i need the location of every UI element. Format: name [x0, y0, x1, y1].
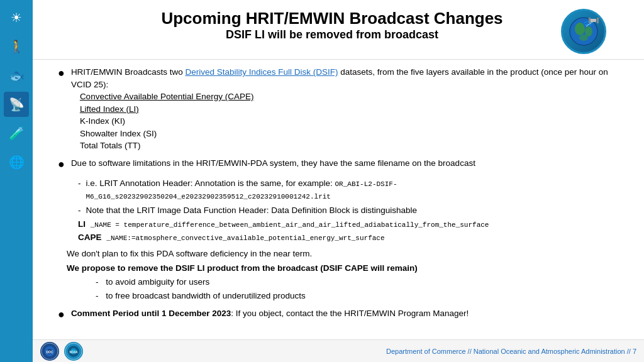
li-code-line: LI _NAME = temperature_difference_betwee… — [78, 218, 619, 231]
person-icon[interactable]: 🚶 — [4, 34, 29, 59]
sub-item-2-text: to free broadcast bandwidth of underutil… — [106, 291, 305, 300]
svg-point-1 — [575, 23, 585, 35]
flask-icon[interactable]: 🧪 — [4, 121, 29, 146]
sub-dash-symbol-1: - — [96, 277, 99, 287]
dsif-item-li: Lifted Index (LI) — [80, 103, 619, 116]
dsif-item-cape: Convective Available Potential Energy (C… — [80, 90, 619, 103]
comment-period-bold: Comment Period until 1 December 2023 — [71, 309, 231, 318]
sun-icon[interactable]: ☀ — [4, 5, 29, 30]
bullet-content-2: Due to software limitations in the HRIT/… — [71, 157, 619, 170]
dsif-item-si: Showalter Index (SI) — [80, 128, 619, 140]
bullet1-prefix: HRIT/EMWIN Broadcasts two — [71, 67, 186, 77]
bullet-dot-1: ● — [58, 65, 65, 81]
bullet-dot-2: ● — [58, 156, 65, 172]
bullet-item-1: ● HRIT/EMWIN Broadcasts two Derived Stab… — [58, 66, 619, 152]
svg-rect-4 — [590, 19, 596, 22]
bullet-content-1: HRIT/EMWIN Broadcasts two Derived Stabil… — [71, 66, 619, 152]
sub-dash-symbol-2: - — [96, 291, 99, 300]
footer-text: Department of Commerce // National Ocean… — [386, 348, 636, 355]
dash1-prefix: i.e. LRIT Annotation Header: Annotation … — [86, 178, 335, 188]
cape-code: _NAME:=atmosphere_convective_available_p… — [106, 234, 384, 242]
dsif-items-list: Convective Available Potential Energy (C… — [80, 90, 619, 152]
sub-item-2: - to free broadcast bandwidth of underut… — [96, 290, 619, 302]
dash1-content: i.e. LRIT Annotation Header: Annotation … — [86, 177, 619, 202]
dash-symbol-1: - — [78, 177, 81, 190]
slide-footer: DOC NOAA Department of Commerce // Natio… — [33, 339, 644, 362]
noaa-logo-svg: NOAA — [65, 343, 82, 360]
satellite-logo-svg — [566, 14, 601, 49]
svg-text:DOC: DOC — [46, 350, 53, 354]
bullet2-text: Due to software limitations in the HRIT/… — [71, 158, 475, 168]
dash-symbol-2: - — [78, 204, 81, 217]
comment-period-content: Comment Period until 1 December 2023: If… — [71, 307, 619, 320]
proposal-bold: We propose to remove the DSIF LI product… — [67, 262, 619, 275]
li-code: _NAME = temperature_difference_between_a… — [91, 221, 489, 229]
dash-item-1: - i.e. LRIT Annotation Header: Annotatio… — [78, 177, 619, 202]
dsif-item-tt: Total Totals (TT) — [80, 140, 619, 152]
network-icon[interactable]: 🌐 — [4, 150, 29, 175]
svg-text:NOAA: NOAA — [69, 351, 78, 354]
doc-logo-svg: DOC — [41, 343, 58, 360]
sub-item-1: - to avoid ambiguity for users — [96, 276, 619, 288]
slide-title: Upcoming HRIT/EMWIN Broadcast Changes — [103, 9, 561, 28]
dash2-content: Note that the LRIT Image Data Function H… — [86, 204, 418, 217]
li-label: LI — [78, 219, 86, 229]
slide-subtitle: DSIF LI will be removed from broadcast — [103, 28, 561, 41]
dsif-item-ki: K-Index (KI) — [80, 115, 619, 128]
bullet-item-2: ● Due to software limitations in the HRI… — [58, 157, 619, 172]
bullet-item-3: ● Comment Period until 1 December 2023: … — [58, 307, 619, 322]
slide-body: ● HRIT/EMWIN Broadcasts two Derived Stab… — [33, 60, 644, 339]
slide-header: Upcoming HRIT/EMWIN Broadcast Changes DS… — [33, 0, 644, 60]
proposal-text: We don't plan to fix this PDA software d… — [67, 248, 619, 260]
cape-label: CAPE — [78, 233, 102, 242]
dash-item-2: - Note that the LRIT Image Data Function… — [78, 204, 619, 217]
header-titles: Upcoming HRIT/EMWIN Broadcast Changes DS… — [103, 9, 561, 41]
header-logo — [561, 9, 606, 54]
svg-point-2 — [585, 26, 592, 36]
noaa-logo: NOAA — [64, 342, 83, 361]
main-content: Upcoming HRIT/EMWIN Broadcast Changes DS… — [33, 0, 644, 362]
svg-point-3 — [579, 35, 588, 41]
comment-period-rest: : If you object, contact the the HRIT/EM… — [231, 309, 469, 318]
doc-logo: DOC — [40, 342, 59, 361]
sub-item-1-text: to avoid ambiguity for users — [106, 277, 209, 287]
svg-rect-6 — [597, 18, 599, 23]
sidebar: ☀ 🚶 🐟 📡 🧪 🌐 — [0, 0, 33, 362]
cape-code-line: CAPE _NAME:=atmosphere_convective_availa… — [78, 231, 619, 244]
broadcast-icon[interactable]: 📡 — [4, 92, 29, 117]
fish-icon[interactable]: 🐟 — [4, 63, 29, 88]
dsif-link[interactable]: Derived Stability Indices Full Disk (DSI… — [185, 67, 338, 77]
footer-logos: DOC NOAA — [40, 342, 83, 361]
bullet-dot-3: ● — [58, 306, 65, 322]
dash2-text: Note that the LRIT Image Data Function H… — [86, 206, 418, 215]
